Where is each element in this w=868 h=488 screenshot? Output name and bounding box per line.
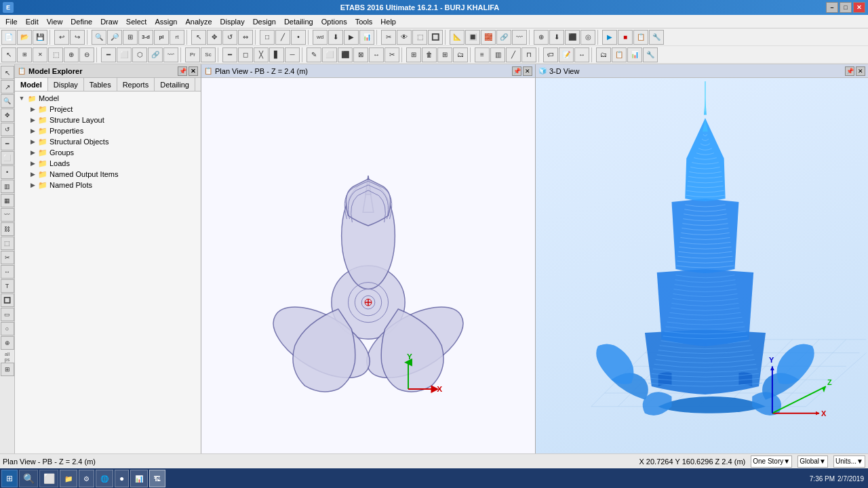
tb-run-analysis[interactable]: ▶ [602, 30, 617, 45]
menu-options[interactable]: Options [317, 16, 351, 27]
taskbar-excel[interactable]: 📊 [130, 470, 148, 487]
tree-props-expand[interactable]: ▶ [28, 127, 37, 135]
tree-project-expand[interactable]: ▶ [28, 105, 37, 113]
tb2-section[interactable]: Sc [201, 47, 216, 62]
lt-pan[interactable]: ✥ [1, 108, 14, 122]
tree-groups[interactable]: ▶ 📁 Groups [27, 147, 199, 158]
lt-joint[interactable]: • [1, 165, 14, 179]
menu-help[interactable]: Help [376, 16, 400, 27]
menu-assign[interactable]: Assign [151, 16, 181, 27]
menu-edit[interactable]: Edit [22, 16, 43, 27]
tb-section-cut[interactable]: ✂ [381, 30, 396, 45]
tb-stop[interactable]: ■ [618, 30, 633, 45]
statusbar-units-dropdown[interactable]: Units... ▼ [833, 455, 865, 468]
taskbar-edge[interactable]: 🌐 [96, 470, 113, 487]
tb-show-hide[interactable]: 👁 [397, 30, 412, 45]
tb2-replicate[interactable]: ⊞ [406, 47, 421, 62]
lt-dim[interactable]: ↔ [1, 265, 14, 279]
tb2-properties-panel[interactable]: 📋 [612, 47, 627, 62]
tb-link[interactable]: 🔗 [496, 30, 511, 45]
lt-snap[interactable]: 🔲 [1, 293, 14, 307]
tb2-ramp[interactable]: ╱ [506, 47, 521, 62]
tb2-group[interactable]: 🗂 [453, 47, 468, 62]
lt-frame[interactable]: ━ [1, 137, 14, 150]
lt-select[interactable]: ↖ [1, 66, 14, 79]
tree-named-output[interactable]: ▶ 📁 Named Output Items [27, 169, 199, 180]
plan-view-close[interactable]: ✕ [523, 66, 532, 76]
sidebar-tab-detailing[interactable]: Detailing [155, 78, 195, 91]
lt-section-cut[interactable]: ✂ [1, 251, 14, 264]
tb2-stair[interactable]: ⊓ [521, 47, 536, 62]
tb-save[interactable]: 💾 [33, 30, 47, 45]
tb2-delete[interactable]: 🗑 [422, 47, 437, 62]
tb2-floor[interactable]: ≡ [475, 47, 490, 62]
tree-np-expand[interactable]: ▶ [28, 181, 37, 189]
taskbar-chrome[interactable]: ● [115, 470, 129, 487]
lt-floor[interactable]: ▦ [1, 194, 14, 207]
lt-link[interactable]: ⛓ [1, 222, 14, 236]
tb2-model-explorer[interactable]: 🗂 [596, 47, 611, 62]
tb-line[interactable]: ╱ [275, 30, 290, 45]
tb-joint-load[interactable]: ⊕ [534, 30, 549, 45]
tb2-draw-area[interactable]: ◻ [238, 47, 253, 62]
tb-area-prop[interactable]: 🔳 [465, 30, 480, 45]
lt-draw-rect[interactable]: ▭ [1, 308, 14, 321]
tb-zoom-out[interactable]: 🔎 [107, 30, 122, 45]
tb2-joint[interactable]: ⬡ [132, 47, 147, 62]
tree-named-plots[interactable]: ▶ 📁 Named Plots [27, 180, 199, 190]
tb2-frame[interactable]: ━ [101, 47, 116, 62]
tb2-tendon[interactable]: 〰 [163, 47, 178, 62]
menu-select[interactable]: Select [122, 16, 151, 27]
lt-pointer[interactable]: ↗ [1, 80, 14, 94]
taskbar-task-view[interactable]: ⬜ [39, 470, 58, 487]
tb2-draw-column[interactable]: ▋ [269, 47, 284, 62]
menu-detailing[interactable]: Detailing [280, 16, 317, 27]
tb-material[interactable]: 🧱 [481, 30, 496, 45]
tb2-tags[interactable]: 🏷 [543, 47, 558, 62]
statusbar-story-dropdown[interactable]: One Story ▼ [751, 455, 792, 468]
tb2-pointer[interactable]: ↖ [1, 47, 16, 62]
taskbar-etabs[interactable]: 🏗 [149, 470, 165, 487]
tree-project[interactable]: ▶ 📁 Project [27, 104, 199, 115]
lt-intersect[interactable]: ⊕ [1, 336, 14, 350]
tree-root-expand[interactable]: ▼ [18, 94, 26, 102]
tree-so-expand[interactable]: ▶ [28, 138, 37, 146]
tb2-output[interactable]: 📊 [627, 47, 642, 62]
tb2-draw-brace[interactable]: ╳ [254, 47, 269, 62]
tb-new[interactable]: 📄 [1, 30, 16, 45]
tb2-select-all[interactable]: ⊞ [17, 47, 32, 62]
lt-draw-circle[interactable]: ○ [1, 322, 14, 336]
minimize-button[interactable]: – [826, 2, 838, 13]
sidebar-tab-tables[interactable]: Tables [84, 78, 117, 91]
tb2-remove[interactable]: ⊖ [79, 47, 94, 62]
plan-view-pin[interactable]: 📌 [512, 66, 521, 76]
tb-snap[interactable]: 🔲 [428, 30, 443, 45]
tb2-draw-frame[interactable]: ━ [222, 47, 237, 62]
tb-loads[interactable]: ⬇ [328, 30, 343, 45]
tb-rotate[interactable]: rt [170, 30, 184, 45]
start-button[interactable]: ⊞ [1, 470, 18, 487]
lt-rubber-band[interactable]: ⬚ [1, 237, 14, 250]
tb-rect[interactable]: □ [260, 30, 275, 45]
threed-view-pin[interactable]: 📌 [845, 66, 854, 76]
tb-display[interactable]: 📊 [359, 30, 374, 45]
tb2-notes[interactable]: 📝 [559, 47, 574, 62]
tb-point[interactable]: • [291, 30, 306, 45]
lt-rotate[interactable]: ↺ [1, 123, 14, 136]
tree-root[interactable]: ▼ 📁 Model [16, 93, 199, 104]
plan-view-canvas[interactable]: .building-fill { fill: #d0d0e8; stroke: … [201, 78, 535, 453]
tb-zoom-in[interactable]: 🔍 [92, 30, 106, 45]
statusbar-coord-sys-dropdown[interactable]: Global ▼ [797, 455, 828, 468]
tb2-merge[interactable]: ⊠ [353, 47, 368, 62]
tb2-edit-area[interactable]: ⬜ [322, 47, 337, 62]
lt-extra[interactable]: ⊞ [1, 363, 14, 376]
lt-area[interactable]: ⬜ [1, 151, 14, 165]
tb-redo[interactable]: ↪ [70, 30, 85, 45]
tb2-extend[interactable]: ↔ [369, 47, 384, 62]
tb-rubber-band[interactable]: ⬚ [412, 30, 427, 45]
close-button[interactable]: ✕ [853, 2, 865, 13]
tree-sl-expand[interactable]: ▶ [28, 116, 37, 124]
tb-frame-prop[interactable]: 📐 [450, 30, 465, 45]
tb2-mesh[interactable]: ⊞ [437, 47, 452, 62]
tb-frame-load[interactable]: ⬇ [549, 30, 564, 45]
